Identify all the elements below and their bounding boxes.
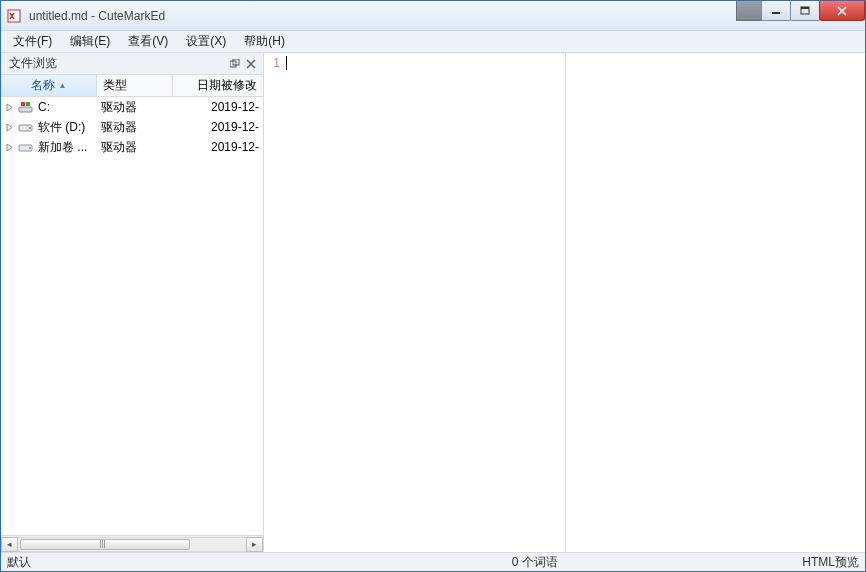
menu-file[interactable]: 文件(F) bbox=[5, 31, 60, 52]
svg-rect-3 bbox=[801, 7, 809, 9]
scroll-right-button[interactable]: ▸ bbox=[246, 537, 263, 552]
main-area: 文件浏览 名称 ▲ 类型 日期被修改 bbox=[1, 53, 865, 552]
sort-asc-icon: ▲ bbox=[59, 81, 67, 90]
app-icon bbox=[7, 8, 23, 24]
html-preview-pane[interactable] bbox=[566, 53, 865, 552]
close-button[interactable] bbox=[819, 1, 865, 21]
scroll-left-button[interactable]: ◂ bbox=[1, 537, 18, 552]
column-name[interactable]: 名称 ▲ bbox=[1, 75, 97, 96]
window-title: untitled.md - CuteMarkEd bbox=[29, 9, 737, 23]
line-number: 1 bbox=[264, 56, 280, 70]
titlebar[interactable]: untitled.md - CuteMarkEd bbox=[1, 1, 865, 31]
editor-preview-split: 1 bbox=[264, 53, 865, 552]
scroll-thumb[interactable] bbox=[20, 539, 190, 550]
table-row[interactable]: 软件 (D:) 驱动器 2019-12- bbox=[1, 117, 263, 137]
aux-button[interactable] bbox=[736, 1, 762, 21]
svg-rect-0 bbox=[8, 10, 20, 22]
statusbar: 默认 0 个词语 HTML预览 bbox=[1, 552, 865, 571]
menu-view[interactable]: 查看(V) bbox=[120, 31, 176, 52]
text-cursor bbox=[286, 56, 287, 70]
maximize-button[interactable] bbox=[790, 1, 820, 21]
panel-undock-icon[interactable] bbox=[227, 56, 243, 72]
svg-rect-7 bbox=[21, 102, 25, 106]
table-row[interactable]: 新加卷 ... 驱动器 2019-12- bbox=[1, 137, 263, 157]
menu-help[interactable]: 帮助(H) bbox=[236, 31, 293, 52]
minimize-button[interactable] bbox=[761, 1, 791, 21]
tree-header: 名称 ▲ 类型 日期被修改 bbox=[1, 75, 263, 97]
expander-icon[interactable] bbox=[5, 103, 14, 112]
table-row[interactable]: C: 驱动器 2019-12- bbox=[1, 97, 263, 117]
row-type: 驱动器 bbox=[97, 139, 173, 156]
expander-icon[interactable] bbox=[5, 123, 14, 132]
row-type: 驱动器 bbox=[97, 99, 173, 116]
expander-icon[interactable] bbox=[5, 143, 14, 152]
svg-point-13 bbox=[29, 147, 31, 149]
panel-header[interactable]: 文件浏览 bbox=[1, 53, 263, 75]
file-browser-panel: 文件浏览 名称 ▲ 类型 日期被修改 bbox=[1, 53, 264, 552]
row-name: 新加卷 ... bbox=[38, 139, 87, 156]
menu-edit[interactable]: 编辑(E) bbox=[62, 31, 118, 52]
window-buttons bbox=[737, 1, 865, 30]
svg-rect-1 bbox=[772, 12, 780, 14]
panel-close-icon[interactable] bbox=[243, 56, 259, 72]
column-type-label: 类型 bbox=[103, 77, 127, 94]
row-name: 软件 (D:) bbox=[38, 119, 85, 136]
column-type[interactable]: 类型 bbox=[97, 75, 173, 96]
svg-point-11 bbox=[29, 127, 31, 129]
scroll-track[interactable] bbox=[18, 537, 246, 552]
line-gutter: 1 bbox=[264, 53, 284, 552]
hdd-icon bbox=[18, 119, 34, 135]
row-type: 驱动器 bbox=[97, 119, 173, 136]
panel-title: 文件浏览 bbox=[9, 55, 227, 72]
status-word-count: 0 个词语 bbox=[267, 554, 802, 571]
svg-rect-2 bbox=[801, 7, 809, 14]
row-date: 2019-12- bbox=[173, 100, 263, 114]
svg-rect-8 bbox=[26, 102, 30, 106]
column-date[interactable]: 日期被修改 bbox=[173, 75, 263, 96]
status-preview-mode[interactable]: HTML预览 bbox=[802, 554, 859, 571]
row-date: 2019-12- bbox=[173, 140, 263, 154]
status-left[interactable]: 默认 bbox=[7, 554, 267, 571]
row-name: C: bbox=[38, 100, 50, 114]
hdd-icon bbox=[18, 139, 34, 155]
column-name-label: 名称 bbox=[31, 77, 55, 94]
markdown-editor[interactable]: 1 bbox=[264, 53, 566, 552]
svg-rect-6 bbox=[19, 107, 32, 112]
menu-settings[interactable]: 设置(X) bbox=[178, 31, 234, 52]
menubar: 文件(F) 编辑(E) 查看(V) 设置(X) 帮助(H) bbox=[1, 31, 865, 53]
tree-body: C: 驱动器 2019-12- 软件 (D:) 驱动器 2019-12- bbox=[1, 97, 263, 535]
horizontal-scrollbar[interactable]: ◂ ▸ bbox=[1, 535, 263, 552]
column-date-label: 日期被修改 bbox=[197, 77, 257, 94]
code-area[interactable] bbox=[284, 53, 565, 552]
row-date: 2019-12- bbox=[173, 120, 263, 134]
app-window: untitled.md - CuteMarkEd 文件(F) 编辑(E) 查看(… bbox=[0, 0, 866, 572]
windows-drive-icon bbox=[18, 99, 34, 115]
